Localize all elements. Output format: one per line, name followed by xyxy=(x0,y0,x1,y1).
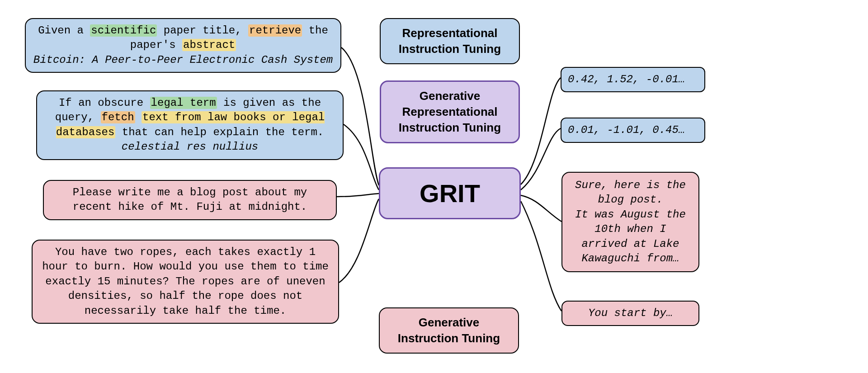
output-embedding-1: 0.42, 1.52, -0.01… xyxy=(561,67,705,92)
out3-text: Sure, here is the blog post. It was Augu… xyxy=(575,179,686,264)
input-box-scientific-paper: Given a scientific paper title, retrieve… xyxy=(25,18,341,73)
out2-text: 0.01, -1.01, 0.45… xyxy=(568,124,685,136)
input-box-legal-term: If an obscure legal term is given as the… xyxy=(36,90,344,160)
input1-instruction: Given a scientific paper title, retrieve… xyxy=(33,24,333,53)
label-grit-description: Generative Representational Instruction … xyxy=(380,80,520,143)
output-blog-post: Sure, here is the blog post. It was Augu… xyxy=(561,172,699,272)
input2-example: celestial res nullius xyxy=(44,140,335,154)
input1-example: Bitcoin: A Peer-to-Peer Electronic Cash … xyxy=(33,53,333,67)
output-ropes-answer: You start by… xyxy=(561,301,699,326)
grit-desc-text: Generative Representational Instruction … xyxy=(399,89,501,134)
input2-instruction: If an obscure legal term is given as the… xyxy=(44,96,335,140)
input-box-ropes-puzzle: You have two ropes, each takes exactly 1… xyxy=(32,240,339,324)
grit-text: GRIT xyxy=(420,176,480,211)
label-representational-tuning: Representational Instruction Tuning xyxy=(380,18,520,64)
out4-text: You start by… xyxy=(588,307,673,319)
output-embedding-2: 0.01, -1.01, 0.45… xyxy=(561,118,705,143)
input4-text: You have two ropes, each takes exactly 1… xyxy=(42,246,329,317)
input-box-blog-post: Please write me a blog post about my rec… xyxy=(43,180,337,220)
grit-main-box: GRIT xyxy=(379,167,521,219)
input3-text: Please write me a blog post about my rec… xyxy=(73,186,307,213)
top-label-text: Representational Instruction Tuning xyxy=(399,26,501,56)
out1-text: 0.42, 1.52, -0.01… xyxy=(568,73,685,85)
label-generative-tuning: Generative Instruction Tuning xyxy=(379,307,519,354)
bot-label-text: Generative Instruction Tuning xyxy=(398,316,500,345)
